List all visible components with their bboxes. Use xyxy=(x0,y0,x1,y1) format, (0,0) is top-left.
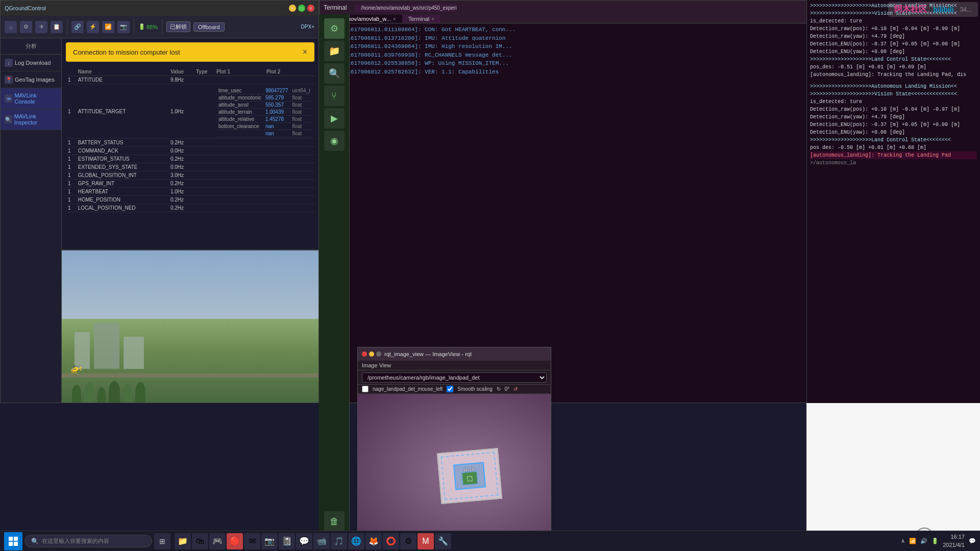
maximize-button[interactable]: □ xyxy=(298,5,305,12)
table-row[interactable]: 1BATTERY_STATUS0.2Hz xyxy=(66,139,314,147)
media-icon[interactable]: 📷 xyxy=(117,21,130,33)
taskbar-app-video[interactable]: 📹 xyxy=(313,533,330,549)
ros-sidebar: ⚙ 📁 🔍 ⑂ ▶ ◉ 🗑 xyxy=(319,14,350,551)
taskbar-app-explorer[interactable]: 📁 xyxy=(175,533,191,549)
link-icon[interactable]: 🔗 xyxy=(71,21,84,33)
tree3 xyxy=(97,387,106,403)
alert-close-button[interactable]: × xyxy=(303,47,307,57)
taskbar-notification-icon[interactable]: 💬 xyxy=(969,538,976,544)
taskbar-app-firefox[interactable]: 🦊 xyxy=(365,533,382,549)
drone-icon[interactable]: ✈ xyxy=(35,21,47,33)
camera-view: 🚁 xyxy=(62,249,318,403)
ros-icon-theme[interactable]: ◉ xyxy=(324,131,345,151)
table-row[interactable]: 1COMMAND_ACK0.0Hz xyxy=(66,147,314,155)
close-button[interactable]: × xyxy=(307,5,314,12)
rqt-close-dot[interactable] xyxy=(362,352,367,357)
taskbar-app-music[interactable]: 🎵 xyxy=(331,533,347,549)
motor-icon[interactable]: ⚡ xyxy=(87,21,99,33)
rqt-max-dot[interactable] xyxy=(376,352,381,357)
sidebar-item-geotag[interactable]: 📍 GeoTag Images xyxy=(1,71,61,88)
ros-icon-settings[interactable]: ⚙ xyxy=(324,18,345,39)
reset-icon[interactable]: ↺ xyxy=(513,386,518,392)
camera-ground: 🚁 xyxy=(62,319,318,403)
sidebar-item-log-download[interactable]: ↓ Log Download xyxy=(1,55,61,71)
col-type: Type xyxy=(194,68,214,76)
taskbar-app-game[interactable]: 🎮 xyxy=(209,533,226,549)
qgc-win-controls: − □ × xyxy=(289,5,314,12)
terminal-line: Detection_ENU(pos): -0.37 [m] +0.05 [m] … xyxy=(810,121,977,129)
table-row[interactable]: 1GLOBAL_POSITION_INT3.0Hz xyxy=(66,171,314,180)
bottom-right-panel: ▶ A·MOVLAB 阿木实验室 xyxy=(806,403,980,551)
taskbar-app-chrome[interactable]: ⭕ xyxy=(383,533,399,549)
toolbar-sep3 xyxy=(162,19,162,35)
taskbar-app-red[interactable]: M xyxy=(418,533,434,549)
tree4 xyxy=(109,381,120,403)
start-button[interactable] xyxy=(4,532,22,550)
sidebar-item-mavlink-console[interactable]: ≫ MAVLink Console xyxy=(1,88,61,109)
taskbar-app-mail[interactable]: ✉ xyxy=(244,533,260,549)
table-row[interactable]: 1ESTIMATOR_STATUS0.2Hz xyxy=(66,155,314,163)
ros-icon-trash[interactable]: 🗑 xyxy=(324,511,345,532)
smooth-scaling-checkbox[interactable] xyxy=(447,386,453,392)
table-row[interactable]: 1 ATTITUDE_TARGET 1.0Hz time_usec9804727… xyxy=(66,84,314,139)
terminal-path-label: /home/amov/amovlab_ws/src/p450_experimen… xyxy=(355,4,457,12)
rqt-min-dot[interactable] xyxy=(369,352,374,357)
taskbar-app-store[interactable]: 🛍 xyxy=(192,533,208,549)
taskbar-app-gear[interactable]: 🔧 xyxy=(435,533,451,549)
terminal-line: Detection_raw(pos): +0.10 [m] -0.04 [m] … xyxy=(810,106,977,113)
taskbar: 🔍 在这里输入你要搜索的内容 ⊞ 📁 🛍 🎮 🔴 ✉ 📷 📓 💬 📹 🎵 🌐 🦊… xyxy=(0,531,980,551)
taskbar-app-edge[interactable]: 🌐 xyxy=(348,533,364,549)
ros-icon-git[interactable]: ⑂ xyxy=(324,86,345,106)
corner-tl xyxy=(439,455,444,459)
mouse-left-checkbox[interactable] xyxy=(362,386,369,392)
smooth-label: Smooth scaling xyxy=(457,386,492,392)
toolbar-sep2 xyxy=(134,19,134,35)
tree1 xyxy=(72,385,81,403)
corner-tr xyxy=(492,450,497,455)
qgc-toolbar: ⌂ ⚙ ✈ 📋 🔗 ⚡ 📶 📷 🔋 88% 已解锁 Offboard DPX+ xyxy=(1,16,318,38)
rotate-icon[interactable]: ↻ xyxy=(497,386,501,392)
taskbar-app-settings[interactable]: ⚙ xyxy=(400,533,416,549)
settings-icon[interactable]: ⚙ xyxy=(20,21,32,33)
table-row[interactable]: 1 ATTITUDE 9.8Hz xyxy=(66,76,314,84)
rotation-value: 0° xyxy=(505,386,510,392)
qgc-content: Connection to mission computer lost × Na… xyxy=(62,38,318,403)
flight-mode-selector[interactable]: Offboard xyxy=(193,22,225,32)
ros-icon-files[interactable]: 📁 xyxy=(324,41,345,61)
qgc-sidebar: 分析 ↓ Log Download 📍 GeoTag Images ≫ MAVL… xyxy=(1,38,62,403)
tree5 xyxy=(123,384,132,403)
sidebar-section: 分析 xyxy=(1,38,61,55)
ros-icon-search[interactable]: 🔍 xyxy=(324,63,345,84)
terminal-line: Detection_ENU(yaw): +0.00 [deg] xyxy=(810,129,977,136)
terminal-tabs: /home/amov/amovlab_ws/src/p450_experimen… xyxy=(355,4,457,12)
signal-icon[interactable]: 📶 xyxy=(102,21,114,33)
ros-icon-terminal[interactable]: ▶ xyxy=(324,108,345,129)
home-icon[interactable]: ⌂ xyxy=(5,21,17,33)
taskbar-app-note[interactable]: 📓 xyxy=(279,533,295,549)
rqt-topic-select[interactable]: /prometheus/camera/rgb/image_landpad_det xyxy=(362,372,547,383)
sidebar-item-mavlink-inspector[interactable]: 🔍 MAVLink Inspector xyxy=(1,109,61,130)
terminal-line: >>>>>>>>>>>>>>>>>>>>Autonomous Landing M… xyxy=(810,83,977,90)
plan-icon[interactable]: 📋 xyxy=(51,21,63,33)
taskbar-app-photo[interactable]: 📷 xyxy=(261,533,278,549)
taskbar-app-app1[interactable]: 🔴 xyxy=(227,533,243,549)
tab-close-2[interactable]: × xyxy=(431,16,434,22)
taskbar-app-chat[interactable]: 💬 xyxy=(296,533,312,549)
minimize-button[interactable]: − xyxy=(289,5,296,12)
landing-pad: id=19 □ xyxy=(437,448,502,504)
table-row[interactable]: 1GPS_RAW_INT0.2Hz xyxy=(66,180,314,188)
table-row[interactable]: 1HEARTBEAT1.0Hz xyxy=(66,188,314,196)
table-row[interactable]: 1HOME_POSITION0.2Hz xyxy=(66,196,314,204)
tab-close-1[interactable]: × xyxy=(393,16,396,22)
taskbar-up-icon[interactable]: ∧ xyxy=(901,538,905,544)
camera-sky xyxy=(62,251,318,319)
rqt-window-controls xyxy=(362,352,381,357)
task-view-button[interactable]: ⊞ xyxy=(154,533,170,549)
table-row[interactable]: 1EXTENDED_SYS_STATE0.0Hz xyxy=(66,163,314,171)
count-display: 34... xyxy=(960,6,972,13)
table-row[interactable]: 1LOCAL_POSITION_NED0.2Hz xyxy=(66,204,314,212)
terminal-tab-2[interactable]: Terminal × xyxy=(402,15,440,23)
taskbar-search-box[interactable]: 🔍 在这里输入你要搜索的内容 xyxy=(24,535,152,547)
mode-selector[interactable]: 已解锁 xyxy=(166,21,190,32)
console-icon: ≫ xyxy=(5,94,12,103)
